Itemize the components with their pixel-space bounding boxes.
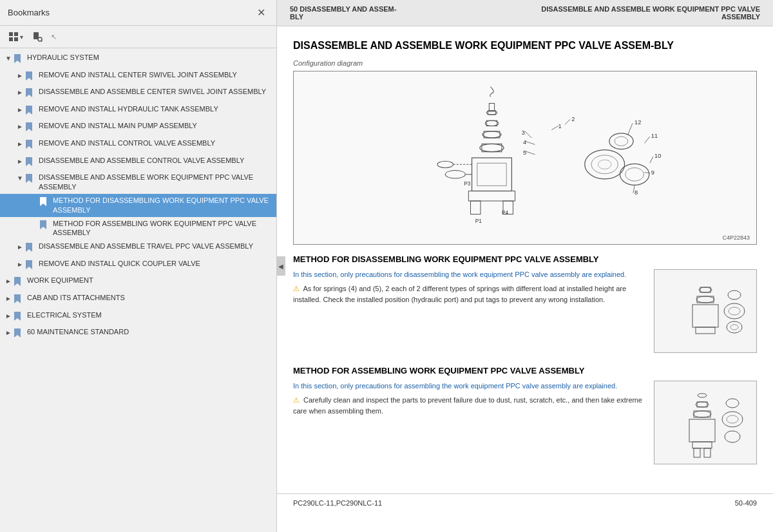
section2-title: METHOD FOR ASSEMBLING WORK EQUIPMENT PPC…	[293, 366, 757, 375]
tree-item-method-assemble-ppc[interactable]: METHOD FOR ASSEMBLING WORK EQUIPMENT PPC…	[0, 217, 276, 240]
svg-point-84	[693, 411, 711, 417]
tree-item-ri-center-swivel[interactable]: ►REMOVE AND INSTALL CENTER SWIVEL JOINT …	[0, 68, 276, 86]
svg-rect-36	[470, 201, 480, 214]
svg-point-82	[728, 290, 741, 299]
svg-marker-10	[26, 88, 32, 97]
expander-hydraulic[interactable]: ▼	[3, 54, 14, 62]
expander-method-disassemble-ppc[interactable]	[28, 197, 40, 205]
bookmark-icon-ri-hydraulic-tank	[26, 106, 36, 118]
item-text-ri-quick-coupler: REMOVE AND INSTALL QUICK COUPLER VALVE	[39, 259, 200, 269]
panel-collapse-button[interactable]: ◀	[276, 256, 285, 276]
doc-header-left: 50 DISASSEMBLY AND ASSEM- BLY	[290, 5, 419, 21]
tree-item-da-center-swivel[interactable]: ►DISASSEMBLE AND ASSEMBLE CENTER SWIVEL …	[0, 85, 276, 102]
tree-item-da-travel-ppc[interactable]: ►DISASSEMBLE AND ASSEMBLE TRAVEL PPC VAL…	[0, 240, 276, 257]
svg-point-38	[445, 170, 465, 178]
expander-cab-attachments[interactable]: ►	[3, 294, 14, 303]
svg-rect-89	[692, 442, 712, 448]
layout-button[interactable]: ▾	[5, 30, 26, 44]
tree-item-method-disassemble-ppc[interactable]: METHOD FOR DISASSEMBLING WORK EQUIPMENT …	[0, 194, 276, 217]
svg-line-68	[645, 137, 650, 143]
svg-text:4: 4	[523, 139, 526, 146]
bookmark-icon-work-equipment	[14, 277, 24, 289]
bookmark-icon-cab-attachments	[14, 294, 24, 307]
svg-rect-35	[468, 191, 515, 200]
svg-rect-2	[9, 37, 13, 41]
bookmark-search-button[interactable]	[29, 30, 46, 44]
svg-line-64	[525, 151, 535, 154]
svg-point-26	[480, 144, 504, 151]
svg-point-75	[699, 287, 712, 292]
expander-da-travel-ppc[interactable]: ►	[14, 243, 26, 251]
configuration-diagram: P3 P1 P4 1 2 3 4 5	[293, 71, 757, 245]
svg-rect-31	[486, 120, 497, 126]
svg-point-30	[485, 120, 499, 126]
expander-da-work-equipment-ppc[interactable]: ▼	[14, 174, 26, 182]
svg-marker-19	[26, 260, 32, 269]
svg-line-65	[551, 126, 558, 129]
svg-marker-16	[40, 197, 46, 206]
tree-item-ri-hydraulic-tank[interactable]: ►REMOVE AND INSTALL HYDRAULIC TANK ASSEM…	[0, 102, 276, 120]
expander-electrical-system[interactable]: ►	[3, 312, 14, 320]
expander-da-center-swivel[interactable]: ►	[14, 88, 26, 97]
item-text-da-center-swivel: DISASSEMBLE AND ASSEMBLE CENTER SWIVEL J…	[39, 87, 266, 97]
item-text-da-control-valve: DISASSEMBLE AND ASSEMBLE CONTROL VALVE A…	[39, 156, 244, 166]
item-text-ri-main-pump: REMOVE AND INSTALL MAIN PUMP ASSEMBLY	[39, 121, 197, 131]
svg-point-86	[696, 402, 709, 407]
svg-point-45	[585, 149, 625, 178]
svg-text:12: 12	[635, 119, 641, 126]
tree-item-ri-main-pump[interactable]: ►REMOVE AND INSTALL MAIN PUMP ASSEMBLY	[0, 119, 276, 137]
svg-marker-9	[26, 71, 32, 81]
svg-line-63	[525, 141, 535, 144]
expander-ri-hydraulic-tank[interactable]: ►	[14, 106, 26, 114]
svg-rect-34	[489, 103, 494, 111]
bookmark-icon-maintenance-standard	[14, 328, 24, 341]
svg-marker-12	[26, 122, 32, 131]
expander-ri-control-valve[interactable]: ►	[14, 140, 26, 148]
expander-work-equipment[interactable]: ►	[3, 277, 14, 285]
bookmark-search-icon	[32, 32, 43, 42]
tree-item-ri-quick-coupler[interactable]: ►REMOVE AND INSTALL QUICK COUPLER VALVE	[0, 257, 276, 274]
page-title: DISASSEMBLE AND ASSEMBLE WORK EQUIPMENT …	[293, 39, 757, 53]
tree-item-maintenance-standard[interactable]: ►60 MAINTENANCE STANDARD	[0, 325, 276, 343]
bookmark-icon-ri-quick-coupler	[26, 260, 36, 272]
svg-text:5: 5	[523, 149, 526, 156]
expander-maintenance-standard[interactable]: ►	[3, 328, 14, 337]
tree-item-ri-control-valve[interactable]: ►REMOVE AND INSTALL CONTROL VALVE ASSEMB…	[0, 137, 276, 154]
svg-text:10: 10	[654, 153, 661, 159]
svg-rect-25	[477, 163, 506, 185]
expander-ri-main-pump[interactable]: ►	[14, 122, 26, 131]
svg-point-88	[698, 394, 707, 397]
tree-container[interactable]: ▼HYDRAULIC SYSTEM►REMOVE AND INSTALL CEN…	[0, 48, 276, 532]
bookmark-icon-ri-main-pump	[26, 122, 36, 135]
expander-da-control-valve[interactable]: ►	[14, 157, 26, 166]
svg-marker-20	[14, 277, 21, 286]
close-button[interactable]: ✕	[254, 5, 269, 20]
tree-item-da-control-valve[interactable]: ►DISASSEMBLE AND ASSEMBLE CONTROL VALVE …	[0, 154, 276, 171]
svg-marker-17	[40, 220, 46, 229]
svg-text:8: 8	[635, 189, 638, 195]
toolbar: ▾ ↖	[0, 26, 276, 48]
bookmark-icon-ri-center-swivel	[26, 71, 36, 84]
bookmark-icon-da-center-swivel	[26, 88, 36, 100]
tree-item-hydraulic[interactable]: ▼HYDRAULIC SYSTEM	[0, 51, 276, 68]
svg-text:P3: P3	[464, 181, 470, 187]
section1-title: METHOD FOR DISASSEMBLING WORK EQUIPMENT …	[293, 254, 757, 264]
item-text-electrical-system: ELECTRICAL SYSTEM	[27, 310, 102, 320]
expander-method-assemble-ppc[interactable]	[28, 220, 40, 229]
svg-rect-0	[9, 32, 13, 36]
doc-content: DISASSEMBLE AND ASSEMBLE WORK EQUIPMENT …	[277, 26, 773, 490]
tree-item-electrical-system[interactable]: ►ELECTRICAL SYSTEM	[0, 309, 276, 326]
expander-ri-quick-coupler[interactable]: ►	[14, 260, 26, 269]
bookmark-icon-method-assemble-ppc	[40, 220, 50, 233]
tree-item-da-work-equipment-ppc[interactable]: ▼DISASSEMBLE AND ASSEMBLE WORK EQUIPMENT…	[0, 171, 276, 194]
doc-header-title: DISASSEMBLE AND ASSEMBLE WORK EQUIPMENT …	[541, 5, 760, 21]
svg-text:2: 2	[571, 116, 575, 122]
bookmarks-title: Bookmarks	[8, 8, 50, 17]
svg-point-47	[598, 160, 611, 169]
tree-item-cab-attachments[interactable]: ►CAB AND ITS ATTACHMENTS	[0, 291, 276, 309]
doc-header: 50 DISASSEMBLY AND ASSEM- BLY DISASSEMBL…	[277, 0, 773, 26]
tree-item-work-equipment[interactable]: ►WORK EQUIPMENT	[0, 274, 276, 291]
expander-ri-center-swivel[interactable]: ►	[14, 71, 26, 80]
section2-text: In this section, only precautions for as…	[293, 381, 644, 464]
svg-point-48	[620, 164, 649, 185]
